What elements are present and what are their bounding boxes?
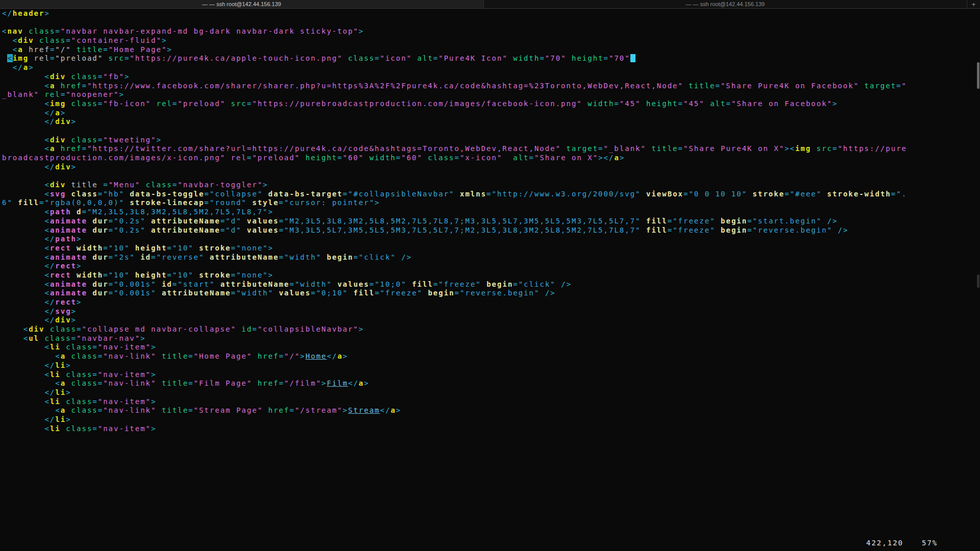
code-token: dur [87,226,109,234]
terminal-tab-1[interactable]: — — ssh root@142.44.156.139 [0,0,483,8]
code-token: < [44,343,50,351]
code-token: > [375,198,380,207]
code-row: </li> [2,415,980,424]
new-tab-button[interactable]: + [967,0,980,8]
code-token: "0.2s" [114,217,146,225]
code-token: "x-icon" [460,154,502,162]
code-token [2,226,44,234]
code-token: = [188,406,193,414]
code-token: "reverse.begin" [460,289,540,297]
code-token: = [343,190,348,198]
code-token: > [832,99,838,108]
code-token: class [66,136,98,144]
code-token: = [832,144,838,153]
code-token: "60" [342,154,364,162]
code-token: = [82,82,87,90]
code-token [832,226,838,234]
code-token: > [125,72,130,81]
code-token: </ [44,307,55,315]
code-token: "https://pure4k.ca/apple-touch-icon.png" [130,54,342,62]
code-row: <animate dur="2s" id="reverse" attribute… [2,253,980,262]
code-token: = [82,208,87,216]
code-token: height [130,271,167,279]
code-token: = [433,54,438,62]
code-token: > [71,117,77,126]
code-token: = [279,379,284,387]
code-token: </ [44,262,55,270]
code-row: <li class="nav-item"> [2,397,980,407]
code-token [2,117,44,126]
code-token: = [92,370,97,379]
code-token: img [50,99,66,108]
code-token: = [204,198,209,207]
code-token: "preload" [252,154,300,162]
code-token: = [109,289,114,297]
code-token: = [92,343,97,351]
code-token: > [151,370,156,379]
code-token: stroke [194,244,231,252]
code-token: a [61,379,66,387]
code-token: div [50,136,66,144]
code-token: "click" [519,280,556,288]
code-row: 6" fill="rgba(0,0,0,0)" stroke-linecap="… [2,198,980,208]
terminal-tab-1-title: — — ssh root@142.44.156.139 [202,1,281,7]
code-token: animate [50,289,87,297]
code-token: = [98,136,103,144]
code-token: > [343,352,348,360]
code-token: stroke [194,271,231,279]
code-token: </ [44,163,55,171]
code-token: stroke [747,190,785,198]
code-token: </ [44,361,55,369]
code-row: <svg class="hb" data-bs-toggle="collapse… [2,190,980,199]
code-token: </ [2,9,13,17]
code-token: < [44,397,50,406]
code-token: class [34,36,66,44]
code-token: fill [641,226,668,234]
code-token: > [268,208,273,216]
code-row: <div class="collapse md navbar-collapse"… [2,325,980,334]
code-token: = [173,280,178,288]
code-token: href [55,82,82,90]
code-token: = [683,190,689,198]
code-token: "Stream Page" [194,406,263,414]
code-token: > [620,154,625,162]
code-token: "fb-icon" [103,99,151,108]
code-token: animate [50,217,87,225]
terminal-tab-2[interactable]: — — ssh root@142.44.156.139 [483,0,967,8]
code-token: Home [306,352,327,360]
code-token: = [109,280,114,288]
code-row: </path> [2,235,980,244]
code-token: = [188,352,193,360]
code-token: > [140,334,145,342]
code-token: < [44,72,50,81]
code-token: "freeze" [380,289,423,297]
code-token: begin [481,280,513,288]
code-token: = [173,99,178,108]
code-token: = [289,280,295,288]
code-row: <div class="container-fluid"> [2,36,980,45]
code-token: "0.001s" [114,280,156,288]
code-token: Film [327,379,348,387]
code-token: > [162,36,167,44]
code-row: <div class="tweeting"> [2,136,980,145]
code-token: = [220,226,226,234]
code-token: class [61,397,93,406]
code-token: "collapse" [210,190,263,198]
code-token: a [390,406,396,414]
code-token: class [66,72,98,81]
code-token: "width" [236,289,274,297]
vim-editor[interactable]: </header> <nav class="navbar navbar-expa… [2,9,980,551]
code-token: > [396,406,401,414]
code-token: </ [44,109,55,117]
code-token: < [23,334,29,342]
code-token [540,289,545,297]
code-token [2,244,44,252]
code-row: <path d="M2,3L5,3L8,3M2,5L8,5M2,7L5,7L8,… [2,208,980,217]
code-token: = [109,253,114,261]
code-token: > [119,90,124,98]
scrollbar-thumb[interactable] [977,62,979,89]
code-token: alt [502,154,529,162]
code-token: href [252,352,279,360]
code-token: < [23,325,29,333]
code-token: "https://purebroadcastproduction.com/ima… [252,99,582,108]
